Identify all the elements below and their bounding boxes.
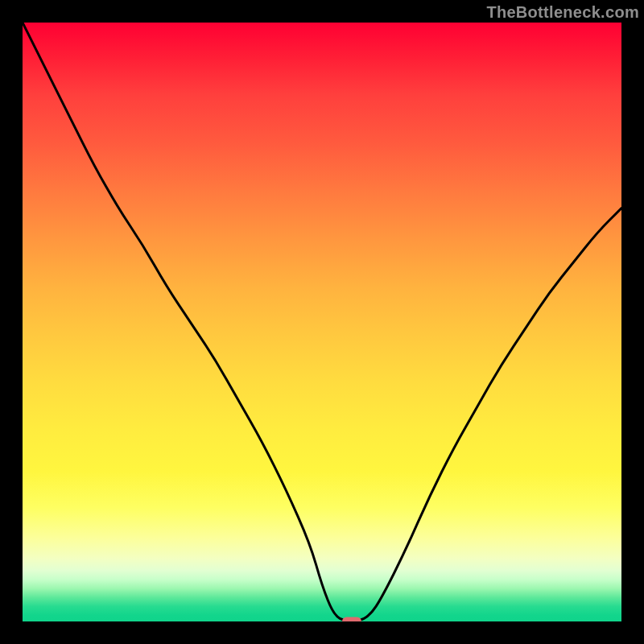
plot-area — [23, 23, 621, 621]
optimal-marker — [342, 617, 361, 622]
watermark-label: TheBottleneck.com — [486, 3, 639, 22]
chart-stage: TheBottleneck.com — [0, 0, 644, 644]
bottleneck-curve — [23, 23, 621, 621]
